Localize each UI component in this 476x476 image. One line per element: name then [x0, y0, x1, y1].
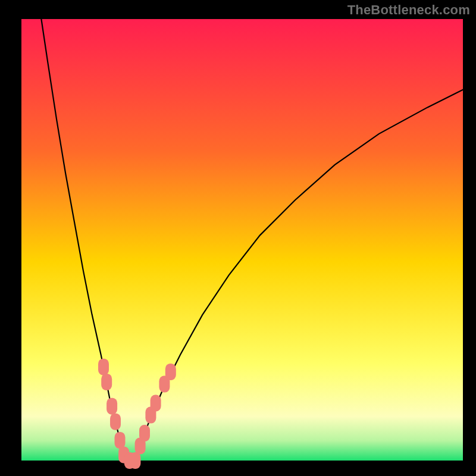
- data-marker: [130, 452, 140, 469]
- data-marker: [151, 395, 161, 412]
- chart-stage: TheBottleneck.com: [0, 0, 476, 476]
- data-marker: [115, 432, 126, 449]
- data-marker: [139, 425, 150, 441]
- plot-background: [21, 19, 463, 461]
- source-watermark: TheBottleneck.com: [347, 2, 470, 18]
- data-marker: [107, 398, 117, 415]
- data-marker: [98, 359, 109, 375]
- data-marker: [165, 364, 176, 380]
- data-marker: [110, 414, 121, 430]
- chart-svg: [0, 0, 476, 476]
- data-marker: [101, 374, 112, 390]
